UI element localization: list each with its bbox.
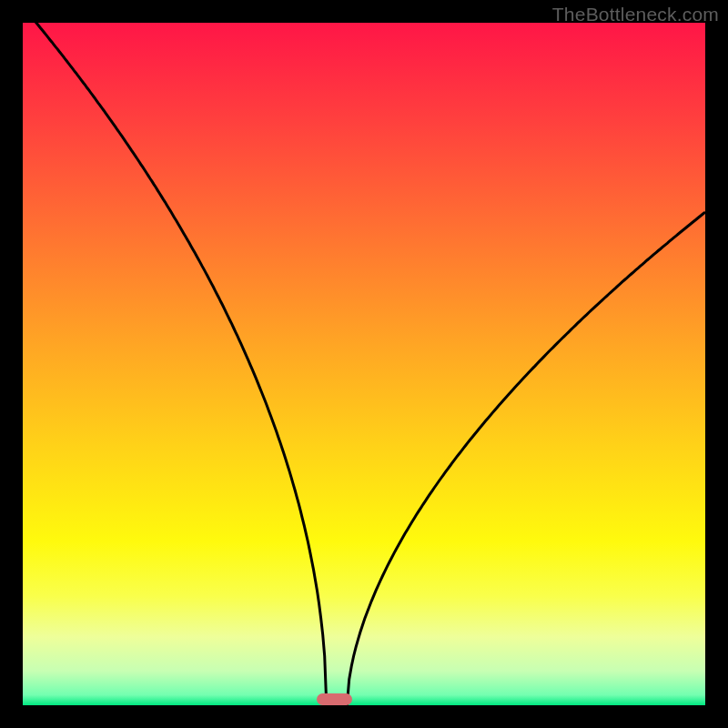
watermark: TheBottleneck.com [552,4,719,25]
plot-area [23,23,705,705]
curve-left [30,23,327,705]
chart-frame: TheBottleneck.com [0,0,728,728]
bottleneck-marker [317,693,352,706]
bottleneck-curves [23,23,705,705]
curve-right [347,212,705,705]
